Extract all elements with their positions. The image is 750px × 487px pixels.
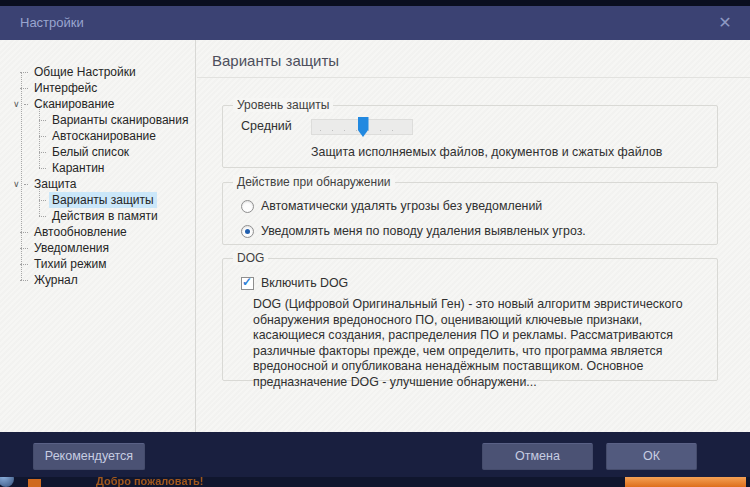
detection-action-group: Действие при обнаружении Автоматически у… [222, 182, 718, 245]
detection-option-label: Автоматически удалять угрозы без уведомл… [261, 199, 542, 213]
detection-option-label: Уведомлять меня по поводу удаления выявл… [261, 224, 586, 238]
tree-item[interactable]: Тихий режим [0, 256, 195, 272]
tree-item-label: Белый список [49, 144, 132, 160]
tree-connector [39, 136, 46, 137]
chevron-down-icon[interactable]: ∨ [13, 179, 23, 189]
tree-item[interactable]: Карантин [0, 160, 195, 176]
dog-checkbox-row[interactable]: ✓ Включить DOG [241, 276, 348, 290]
tree-connector [24, 104, 28, 105]
tree-connector [20, 88, 28, 89]
page-title: Варианты защиты [212, 52, 339, 69]
dialog-body: Общие НастройкиИнтерфейс∨СканированиеВар… [0, 40, 750, 432]
tree-item-label: Варианты защиты [49, 192, 157, 208]
close-button[interactable]: ✕ [714, 13, 736, 33]
title-bar: Настройки ✕ [0, 6, 750, 40]
footer-bar: Рекомендуется Отмена ОК [0, 432, 750, 477]
tree-item-label: Действия в памяти [49, 208, 161, 224]
protection-level-group: Уровень защиты Средний Защита исполняемы… [222, 105, 718, 168]
tree-item[interactable]: Действия в памяти [0, 208, 195, 224]
tree-item-label: Общие Настройки [31, 64, 139, 80]
tree-item[interactable]: Автосканирование [0, 128, 195, 144]
settings-dialog: Настройки ✕ Общие НастройкиИнтерфейс∨Ска… [0, 6, 750, 477]
tree-items: Общие НастройкиИнтерфейс∨СканированиеВар… [0, 64, 195, 288]
dog-group: DOG ✓ Включить DOG DOG (Цифровой Оригина… [222, 258, 718, 381]
tree-item-label: Автообновление [31, 224, 130, 240]
tree-item-label: Тихий режим [31, 256, 109, 272]
cancel-button[interactable]: Отмена [482, 443, 593, 470]
tree-item[interactable]: Варианты защиты [0, 192, 195, 208]
group-legend: DOG [233, 251, 268, 265]
tree-item-label: Уведомления [31, 240, 112, 256]
tree-item-label: Автосканирование [49, 128, 159, 144]
radio-icon[interactable] [241, 225, 254, 238]
tree-connector [20, 280, 28, 281]
recommended-button[interactable]: Рекомендуется [33, 443, 145, 470]
detection-option[interactable]: Уведомлять меня по поводу удаления выявл… [241, 224, 586, 238]
tree-item[interactable]: Общие Настройки [0, 64, 195, 80]
tree-connector [39, 216, 46, 217]
tree-item[interactable]: Автообновление [0, 224, 195, 240]
settings-tree: Общие НастройкиИнтерфейс∨СканированиеВар… [0, 40, 196, 432]
welcome-text: Добро пожаловать! [96, 477, 203, 487]
ok-button[interactable]: ОК [606, 443, 697, 470]
user-avatar [0, 477, 14, 487]
tree-connector [39, 120, 46, 121]
tree-item[interactable]: ∨Защита [0, 176, 195, 192]
tree-item-label: Защита [31, 176, 80, 192]
header-divider [197, 77, 750, 78]
slider-thumb[interactable] [358, 117, 369, 137]
tree-item[interactable]: Интерфейс [0, 80, 195, 96]
tree-item[interactable]: ∨Сканирование [0, 96, 195, 112]
check-icon: ✓ [242, 275, 252, 289]
dog-checkbox-label: Включить DOG [261, 276, 348, 290]
tree-connector [39, 200, 46, 201]
tree-connector [39, 152, 46, 153]
tree-item-label: Сканирование [31, 96, 117, 112]
background-app-icon [28, 479, 41, 487]
slider-value-label: Средний [241, 119, 292, 133]
detection-option[interactable]: Автоматически удалять угрозы без уведомл… [241, 199, 542, 213]
tree-item[interactable]: Уведомления [0, 240, 195, 256]
tree-connector [20, 248, 28, 249]
tree-connector [20, 232, 28, 233]
protection-level-slider[interactable] [311, 119, 413, 135]
screen: Настройки ✕ Общие НастройкиИнтерфейс∨Ска… [0, 0, 750, 487]
protection-level-description: Защита исполняемых файлов, документов и … [311, 145, 662, 159]
background-window: Добро пожаловать! [0, 477, 750, 487]
dog-description: DOG (Цифровой Оригинальный Ген) - это но… [253, 297, 715, 391]
tree-item-label: Журнал [31, 272, 81, 288]
group-legend: Уровень защиты [233, 98, 333, 112]
tree-item[interactable]: Журнал [0, 272, 195, 288]
tree-item[interactable]: Белый список [0, 144, 195, 160]
tree-item-label: Интерфейс [31, 80, 100, 96]
tree-connector [39, 168, 46, 169]
chevron-down-icon[interactable]: ∨ [13, 99, 23, 109]
radio-icon[interactable] [241, 200, 254, 213]
tree-connector [20, 72, 28, 73]
tree-connector [24, 184, 28, 185]
tree-item-label: Карантин [49, 160, 107, 176]
close-icon: ✕ [718, 14, 731, 31]
dog-checkbox[interactable]: ✓ [241, 277, 254, 290]
dialog-title: Настройки [20, 15, 84, 30]
tree-item[interactable]: Варианты сканирования [0, 112, 195, 128]
tree-item-label: Варианты сканирования [49, 112, 191, 128]
group-legend: Действие при обнаружении [233, 175, 395, 189]
tree-connector [20, 264, 28, 265]
background-orange-button [625, 477, 746, 487]
settings-panel: Варианты защиты Уровень защиты Средний З… [197, 40, 750, 432]
